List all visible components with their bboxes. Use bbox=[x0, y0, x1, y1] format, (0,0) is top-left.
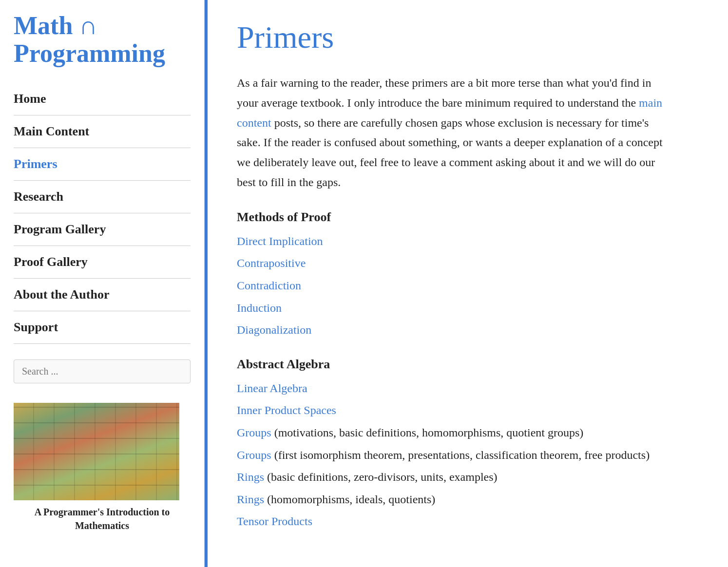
item-suffix: (motivations, basic definitions, homomor… bbox=[271, 426, 584, 439]
list-item: Linear Algebra bbox=[237, 378, 699, 400]
content-link-1-3[interactable]: Groups bbox=[237, 449, 271, 461]
book-caption: A Programmer's Introduction to Mathemati… bbox=[14, 505, 191, 532]
nav-item-about-the-author[interactable]: About the Author bbox=[14, 279, 191, 311]
content-link-1-6[interactable]: Tensor Products bbox=[237, 515, 312, 528]
list-item: Groups (motivations, basic definitions, … bbox=[237, 422, 699, 444]
page-title: Primers bbox=[237, 19, 699, 56]
nav-menu: HomeMain ContentPrimersResearchProgram G… bbox=[14, 83, 191, 359]
book-image-inner bbox=[14, 403, 179, 500]
main-content: Primers As a fair warning to the reader,… bbox=[205, 0, 728, 567]
section-1: Abstract AlgebraLinear AlgebraInner Prod… bbox=[237, 357, 699, 533]
list-item: Diagonalization bbox=[237, 319, 699, 341]
section-0: Methods of ProofDirect ImplicationContra… bbox=[237, 210, 699, 341]
intro-text-before: As a fair warning to the reader, these p… bbox=[237, 76, 651, 109]
list-item: Induction bbox=[237, 297, 699, 320]
list-item: Rings (basic definitions, zero-divisors,… bbox=[237, 466, 699, 489]
link-list-1: Linear AlgebraInner Product SpacesGroups… bbox=[237, 378, 699, 533]
section-heading-0: Methods of Proof bbox=[237, 210, 699, 225]
item-suffix: (homomorphisms, ideals, quotients) bbox=[264, 493, 435, 506]
list-item: Contradiction bbox=[237, 275, 699, 297]
content-link-1-4[interactable]: Rings bbox=[237, 471, 264, 483]
list-item: Direct Implication bbox=[237, 230, 699, 253]
site-title: Math ∩ Programming bbox=[14, 12, 191, 67]
sidebar: Math ∩ Programming HomeMain ContentPrime… bbox=[0, 0, 205, 567]
list-item: Groups (first isomorphism theorem, prese… bbox=[237, 444, 699, 467]
content-link-1-1[interactable]: Inner Product Spaces bbox=[237, 404, 336, 416]
nav-item-home[interactable]: Home bbox=[14, 83, 191, 115]
book-widget: A Programmer's Introduction to Mathemati… bbox=[14, 403, 191, 532]
book-image bbox=[14, 403, 179, 500]
content-link-1-2[interactable]: Groups bbox=[237, 426, 271, 439]
content-link-0-1[interactable]: Contrapositive bbox=[237, 257, 306, 269]
nav-item-research[interactable]: Research bbox=[14, 181, 191, 213]
nav-item-program-gallery[interactable]: Program Gallery bbox=[14, 213, 191, 246]
search-input[interactable] bbox=[14, 359, 191, 383]
content-link-0-2[interactable]: Contradiction bbox=[237, 279, 301, 292]
nav-item-proof-gallery[interactable]: Proof Gallery bbox=[14, 246, 191, 278]
list-item: Rings (homomorphisms, ideals, quotients) bbox=[237, 489, 699, 511]
nav-item-support[interactable]: Support bbox=[14, 311, 191, 343]
content-link-1-5[interactable]: Rings bbox=[237, 493, 264, 506]
content-link-1-0[interactable]: Linear Algebra bbox=[237, 382, 307, 395]
section-heading-1: Abstract Algebra bbox=[237, 357, 699, 372]
list-item: Tensor Products bbox=[237, 510, 699, 533]
list-item: Inner Product Spaces bbox=[237, 399, 699, 422]
sections-container: Methods of ProofDirect ImplicationContra… bbox=[237, 210, 699, 533]
nav-list: HomeMain ContentPrimersResearchProgram G… bbox=[14, 83, 191, 344]
content-link-0-4[interactable]: Diagonalization bbox=[237, 323, 311, 336]
content-link-0-0[interactable]: Direct Implication bbox=[237, 235, 323, 247]
nav-item-main-content[interactable]: Main Content bbox=[14, 115, 191, 148]
content-link-0-3[interactable]: Induction bbox=[237, 302, 282, 314]
item-suffix: (first isomorphism theorem, presentation… bbox=[271, 449, 650, 461]
intro-text-after: posts, so there are carefully chosen gap… bbox=[237, 116, 663, 189]
item-suffix: (basic definitions, zero-divisors, units… bbox=[264, 471, 498, 483]
intro-paragraph: As a fair warning to the reader, these p… bbox=[237, 73, 675, 192]
list-item: Contrapositive bbox=[237, 252, 699, 275]
link-list-0: Direct ImplicationContrapositiveContradi… bbox=[237, 230, 699, 341]
nav-item-primers[interactable]: Primers bbox=[14, 148, 191, 180]
